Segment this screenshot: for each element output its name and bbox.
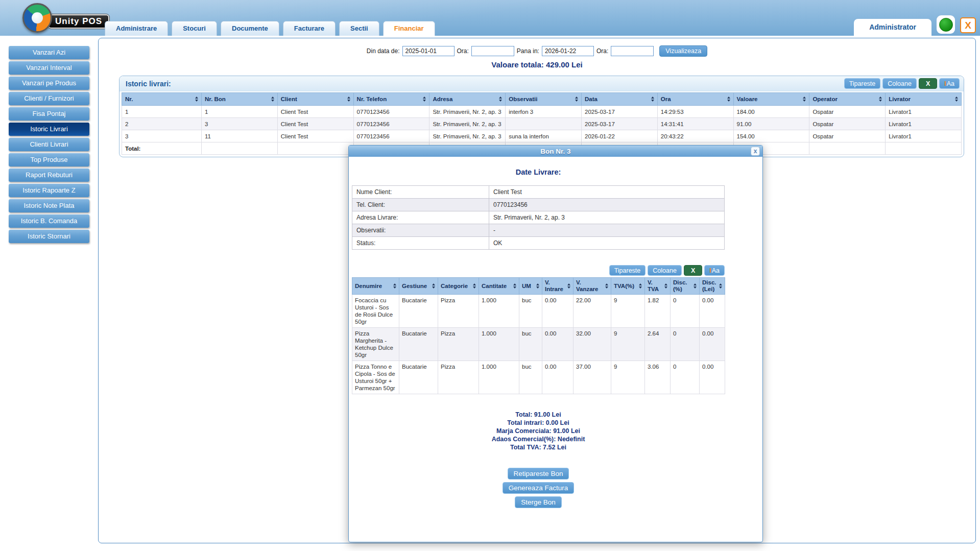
history-column-header[interactable]: Nr. Bon	[202, 93, 278, 106]
from-date-input[interactable]	[402, 46, 455, 56]
bon-total-line: Marja Comerciala: 91.00 Lei	[352, 427, 725, 435]
sort-both-icon	[347, 97, 350, 102]
sidebar-item[interactable]: Clienti Livrari	[9, 138, 89, 151]
panel-title: Istoric livrari:	[126, 80, 171, 88]
sidebar-item[interactable]: Vanzari pe Produs	[9, 77, 89, 90]
bon-link[interactable]: 1	[202, 106, 278, 118]
sort-both-icon	[473, 283, 476, 289]
cell-cantitate: 1.000	[479, 295, 519, 328]
history-font-size-button[interactable]: IAa	[939, 78, 960, 89]
bon-modal-header: Bon Nr. 3 x	[349, 146, 762, 157]
info-row: Observatii: -	[352, 224, 725, 237]
cell-v-intrare: 0.00	[542, 295, 573, 328]
to-date-label: Pana in:	[517, 47, 539, 55]
sidebar-item[interactable]: Istoric Stornari	[9, 230, 89, 243]
sidebar-item[interactable]: Top Produse	[9, 153, 89, 166]
products-column-header[interactable]: Gestiune	[399, 278, 438, 295]
app-close-button[interactable]: X	[960, 17, 976, 33]
bon-modal-title: Bon Nr. 3	[540, 148, 570, 155]
cell-um: buc	[519, 361, 542, 394]
modal-close-table-button[interactable]: X	[684, 265, 702, 276]
cell-disc-pct: 0	[671, 295, 700, 328]
cell-gestiune: Bucatarie	[399, 361, 438, 394]
cell-v-tva: 2.64	[645, 328, 671, 361]
history-column-header[interactable]: Data	[581, 93, 657, 106]
main-tab[interactable]: Sectii	[339, 21, 379, 36]
modal-close-icon[interactable]: x	[751, 147, 760, 156]
main-tab[interactable]: Administrare	[105, 21, 168, 36]
products-column-header[interactable]: Disc. (%)	[671, 278, 700, 295]
products-column-header[interactable]: Denumire	[352, 278, 399, 295]
main-tab[interactable]: Financiar	[383, 21, 435, 36]
bon-link[interactable]: 11	[202, 130, 278, 142]
history-close-button[interactable]: X	[919, 78, 937, 89]
history-print-button[interactable]: Tipareste	[844, 78, 881, 89]
cell-denumire: Focaccia cu Usturoi - Sos de Rosii Dulce…	[352, 295, 399, 328]
cell-categorie: Pizza	[438, 361, 479, 394]
history-column-header[interactable]: Client	[277, 93, 353, 106]
history-column-header[interactable]: Livrator	[886, 93, 962, 106]
main-tab[interactable]: Stocuri	[172, 21, 217, 36]
history-column-header[interactable]: Adresa	[429, 93, 506, 106]
cell-observatii: suna la interfon	[506, 130, 582, 142]
istoric-panel-header: Istoric livrari: Tipareste Coloane X IAa	[119, 76, 964, 91]
main-tab[interactable]: Documente	[221, 21, 279, 36]
cell-valoare: 184.00	[733, 106, 809, 118]
sidebar-item[interactable]: Raport Rebuturi	[9, 169, 89, 182]
main-tab[interactable]: Facturare	[283, 21, 336, 36]
sort-both-icon	[393, 283, 396, 289]
genereaza-factura-button[interactable]: Genereaza Factura	[503, 482, 574, 494]
sidebar-item[interactable]: Clienti / Furnizori	[9, 92, 89, 105]
sidebar-item[interactable]: Istoric B. Comanda	[9, 214, 89, 228]
cell-client: Client Test	[277, 130, 353, 142]
products-column-header[interactable]: Categorie	[438, 278, 479, 295]
history-column-header[interactable]: Observatii	[506, 93, 582, 106]
cell-telefon: 0770123456	[353, 118, 429, 130]
history-column-header[interactable]: Ora	[657, 93, 733, 106]
history-columns-button[interactable]: Coloane	[882, 78, 917, 89]
sidebar-item[interactable]: Vanzari Azi	[9, 46, 89, 59]
cell-v-intrare: 0.00	[542, 328, 573, 361]
cell-categorie: Pizza	[438, 295, 479, 328]
history-column-header[interactable]: Operator	[809, 93, 886, 106]
vizualizeaza-button[interactable]: Vizualizeaza	[659, 45, 707, 57]
products-column-header[interactable]: TVA(%)	[611, 278, 645, 295]
sort-both-icon	[803, 97, 806, 102]
cell-cantitate: 1.000	[479, 328, 519, 361]
sidebar-item[interactable]: Vanzari Interval	[9, 61, 89, 75]
to-time-input[interactable]	[611, 46, 654, 56]
sidebar-item[interactable]: Fisa Pontaj	[9, 107, 89, 121]
sidebar-item[interactable]: Istoric Note Plata	[9, 199, 89, 212]
products-column-header[interactable]: Disc. (Lei)	[700, 278, 725, 295]
products-column-header[interactable]: V. TVA	[645, 278, 671, 295]
unity-pos-logo: Unity POS	[22, 3, 109, 33]
history-column-header[interactable]: Nr.	[122, 93, 202, 106]
from-time-input[interactable]	[471, 46, 514, 56]
to-date-input[interactable]	[542, 46, 594, 56]
bon-link[interactable]: 3	[202, 118, 278, 130]
modal-print-button[interactable]: Tipareste	[609, 265, 646, 276]
products-column-header[interactable]: V. Vanzare	[573, 278, 611, 295]
cell-observatii: interfon 3	[506, 106, 582, 118]
history-column-header[interactable]: Nr. Telefon	[353, 93, 429, 106]
cell-client: Client Test	[277, 106, 353, 118]
sort-both-icon	[575, 97, 578, 102]
cell-nr: 2	[122, 118, 202, 130]
cell-data: 2025-03-17	[581, 106, 657, 118]
modal-columns-button[interactable]: Coloane	[648, 265, 682, 276]
products-column-header[interactable]: UM	[519, 278, 542, 295]
info-value: -	[489, 224, 725, 237]
modal-font-size-button[interactable]: IAa	[704, 265, 725, 276]
sidebar-item[interactable]: Istoric Rapoarte Z	[9, 184, 89, 197]
bon-modal-body[interactable]: Date Livrare: Nume Client: Client Test T…	[349, 157, 762, 542]
sterge-bon-button[interactable]: Sterge Bon	[515, 496, 562, 508]
info-value: Str. Primaverii, Nr. 2, ap. 3	[489, 211, 725, 224]
administrator-tab[interactable]: Administrator	[854, 19, 931, 36]
products-column-header[interactable]: Cantitate	[479, 278, 519, 295]
sort-both-icon	[664, 283, 667, 289]
history-column-header[interactable]: Valoare	[733, 93, 809, 106]
sidebar-item[interactable]: Istoric Livrari	[9, 123, 89, 136]
top-header: Unity POS Administrare Stocuri Documente…	[0, 0, 980, 36]
products-column-header[interactable]: V. Intrare	[542, 278, 573, 295]
retipareste-bon-button[interactable]: Retipareste Bon	[508, 468, 569, 480]
